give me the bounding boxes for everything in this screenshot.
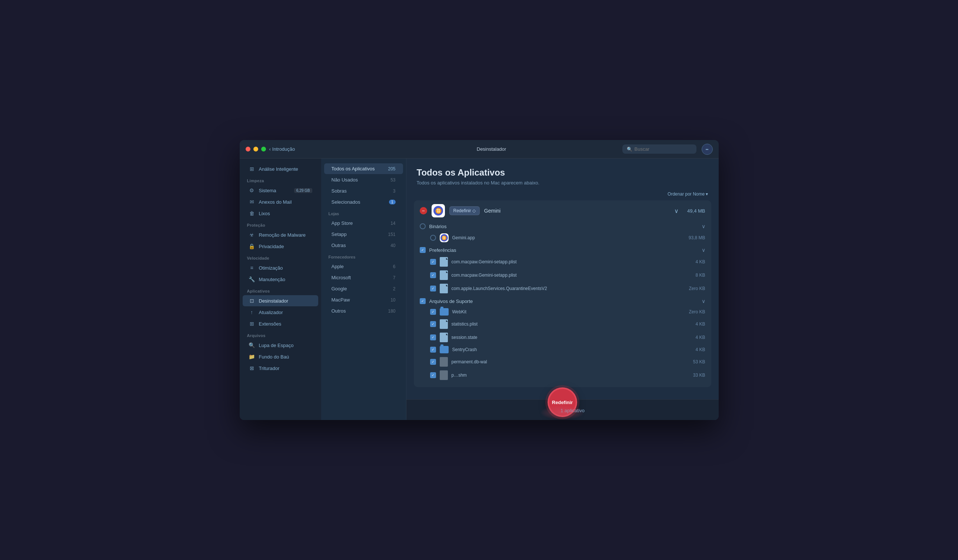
sidebar-item-manutencao[interactable]: 🔧 Manutenção [243, 274, 318, 285]
sidebar-item-mail[interactable]: ✉ Anexos do Mail [243, 196, 318, 208]
sentrycrash-size: 4 KB [683, 347, 705, 352]
action-dropdown[interactable]: Redefinir ◇ [449, 206, 480, 215]
binarios-checkbox[interactable] [420, 223, 426, 229]
plist2-name: com.macpaw.Gemini-setapp.plist [452, 273, 679, 278]
sidebar-item-sistema[interactable]: ⚙ Sistema 6,29 GB [243, 185, 318, 196]
sidebar-label-fundo: Fundo do Baú [259, 354, 289, 360]
dbshm-checkbox[interactable] [430, 372, 436, 378]
filter-outras[interactable]: Outras 40 [324, 240, 403, 251]
page-title: Todos os Aplicativos [417, 167, 708, 178]
filter-google[interactable]: Google 2 [324, 283, 403, 294]
tree-section-preferencias: Preferências ∨ com.macpaw.Gemini-setapp.… [420, 245, 705, 295]
plist1-name: com.macpaw.Gemini-setapp.plist [452, 259, 679, 265]
filter-microsoft[interactable]: Microsoft 7 [324, 272, 403, 283]
privacidade-icon: 🔒 [249, 243, 255, 249]
session-checkbox[interactable] [430, 335, 436, 340]
filter-selected[interactable]: Selecionados 1 [324, 197, 403, 208]
sidebar-item-analyse[interactable]: ⊞ Análise Inteligente [243, 163, 318, 175]
filter-all-apps[interactable]: Todos os Aplicativos 205 [324, 163, 403, 174]
remove-button[interactable]: − [420, 207, 427, 214]
sidebar-label-privacidade: Privacidade [259, 244, 284, 249]
sentrycrash-icon [440, 346, 449, 353]
sidebar-item-lupa[interactable]: 🔍 Lupa de Espaço [243, 339, 318, 351]
section-header-binarios[interactable]: Binários ∨ [420, 221, 705, 232]
sidebar-item-malware[interactable]: ☣ Remoção de Malware [243, 229, 318, 240]
statistics-checkbox[interactable] [430, 321, 436, 327]
quarantine-checkbox[interactable] [430, 286, 436, 292]
filter-leftovers-count: 3 [393, 189, 396, 194]
app-name: Gemini [484, 208, 670, 214]
filter-setapp-count: 151 [388, 232, 395, 237]
session-size: 4 KB [683, 335, 705, 340]
geminiapp-name: Gemini.app [452, 235, 679, 240]
sentrycrash-checkbox[interactable] [430, 347, 436, 352]
webkit-checkbox[interactable] [430, 309, 436, 315]
back-button[interactable]: ‹ Introdução [269, 146, 295, 152]
sidebar-item-lixos[interactable]: 🗑 Lixos [243, 208, 318, 219]
action-label: Redefinir ◇ [454, 208, 476, 213]
preferencias-checkbox[interactable] [420, 247, 426, 253]
sidebar-label-desinstalador: Desinstalador [259, 298, 289, 304]
sidebar-item-otimizacao[interactable]: ≡ Otimização [243, 262, 318, 273]
sidebar-item-desinstalador[interactable]: ⊡ Desinstalador [243, 295, 318, 306]
filter-microsoft-label: Microsoft [331, 275, 351, 280]
mail-icon: ✉ [249, 199, 255, 205]
sidebar-item-triturador[interactable]: ⊠ Triturador [243, 363, 318, 374]
plist2-checkbox[interactable] [430, 272, 436, 278]
sort-bar: Ordenar por Nome ▾ [406, 192, 718, 200]
filter-outros-count: 180 [388, 309, 395, 314]
sentrycrash-name: SentryCrash [452, 347, 679, 352]
suporte-checkbox[interactable] [420, 298, 426, 304]
main-header: Todos os Aplicativos Todos os aplicativo… [406, 159, 718, 192]
section-header-suporte[interactable]: Arquivos de Suporte ∨ [420, 296, 705, 306]
plist1-checkbox[interactable] [430, 259, 436, 265]
filter-outros[interactable]: Outros 180 [324, 306, 403, 316]
app-row-header[interactable]: − ♊ Redefinir ◇ Gemini ∨ 49,4 MB [414, 200, 711, 221]
stores-section-label: Lojas [321, 208, 406, 217]
filter-unused[interactable]: Não Usados 53 [324, 175, 403, 185]
search-input[interactable] [634, 146, 692, 152]
filter-macpaw[interactable]: MacPaw 10 [324, 294, 403, 305]
close-button[interactable] [246, 147, 251, 151]
expand-icon[interactable]: ∨ [674, 208, 679, 214]
section-header-preferencias[interactable]: Preferências ∨ [420, 245, 705, 255]
titlebar: ‹ Introdução Desinstalador 🔍 •• [240, 140, 718, 159]
analyse-icon: ⊞ [249, 166, 255, 172]
sidebar-label-mail: Anexos do Mail [259, 199, 292, 205]
session-icon [440, 333, 448, 342]
suporte-expand-icon: ∨ [702, 298, 705, 304]
filter-all-count: 205 [388, 166, 395, 171]
session-name: session.state [452, 335, 679, 340]
search-bar[interactable]: 🔍 [622, 144, 696, 154]
sidebar-item-extensoes[interactable]: ⊞ Extensões [243, 318, 318, 329]
filter-apple[interactable]: Apple 6 [324, 261, 403, 272]
section-aplicativos: Aplicativos [240, 285, 321, 295]
quarantine-size: Zero KB [683, 286, 705, 291]
filter-macpaw-count: 10 [390, 297, 395, 303]
sistema-badge: 6,29 GB [294, 188, 312, 193]
sidebar-item-atualizador[interactable]: ↑ Atualizador [243, 307, 318, 318]
sort-button[interactable]: Ordenar por Nome ▾ [668, 192, 708, 197]
filter-appstore[interactable]: App Store 14 [324, 218, 403, 228]
quarantine-name: com.apple.LaunchServices.QuarantineEvent… [452, 286, 679, 291]
sidebar-label-atualizador: Atualizador [259, 309, 283, 315]
fullscreen-button[interactable] [261, 147, 266, 151]
sidebar-item-privacidade[interactable]: 🔒 Privacidade [243, 241, 318, 252]
geminiapp-checkbox[interactable] [430, 235, 436, 241]
sistema-icon: ⚙ [249, 187, 255, 194]
search-icon: 🔍 [627, 147, 632, 152]
window-title: Desinstalador [477, 146, 506, 152]
filter-leftovers[interactable]: Sobras 3 [324, 186, 403, 196]
filter-outras-count: 40 [390, 243, 395, 248]
filter-google-label: Google [331, 286, 347, 292]
app-size: 49,4 MB [683, 208, 705, 214]
minimize-button[interactable] [254, 147, 258, 151]
avatar-button[interactable]: •• [702, 144, 713, 155]
filter-outras-label: Outras [331, 243, 346, 248]
svg-text:♊: ♊ [435, 208, 442, 214]
dbwal-checkbox[interactable] [430, 359, 436, 365]
tree-item-plist2: com.macpaw.Gemini-setapp.plist 8 KB [420, 268, 705, 282]
filter-setapp[interactable]: Setapp 151 [324, 229, 403, 240]
sidebar-item-fundo[interactable]: 📁 Fundo do Baú [243, 351, 318, 362]
redefine-label: Redefinir [552, 400, 573, 405]
